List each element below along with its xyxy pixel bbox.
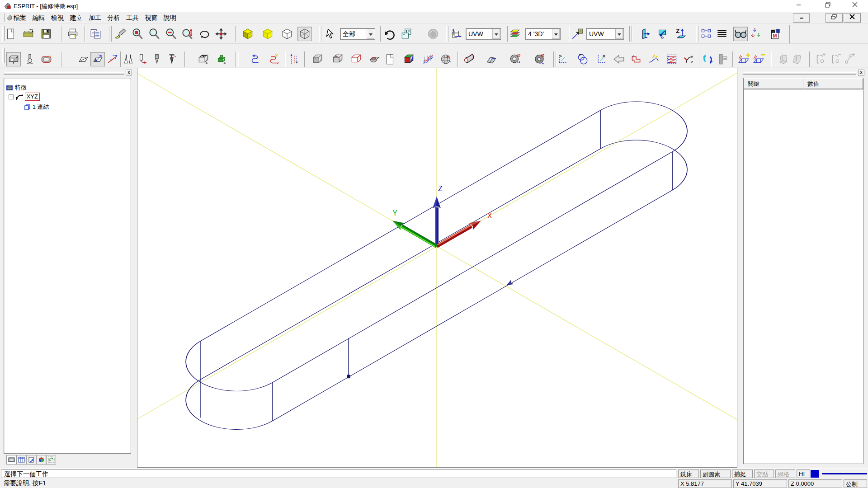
curve-arrows-icon[interactable]: [681, 52, 696, 66]
tool-orientation-select-combo[interactable]: UVW: [586, 28, 624, 40]
back-arrow-icon[interactable]: [612, 52, 627, 66]
work-plane-icon[interactable]: [448, 27, 463, 41]
status-cell-銑床[interactable]: 銑床: [678, 469, 699, 478]
shade-flat-icon[interactable]: [260, 27, 275, 41]
view-rotate-icon[interactable]: [655, 27, 669, 41]
column-header-key[interactable]: 關鍵: [744, 78, 803, 89]
tool-orientation-icon[interactable]: [570, 27, 585, 41]
tool-ball-icon[interactable]: [22, 52, 37, 66]
menu-grip[interactable]: [3, 14, 5, 22]
work-plane-select-dropdown-icon[interactable]: [492, 29, 500, 39]
xyz-node-label[interactable]: XYZ: [25, 93, 40, 101]
axis-arrow-icon[interactable]: [556, 52, 571, 66]
pan-view-icon[interactable]: [214, 27, 228, 41]
redraw-icon[interactable]: [113, 27, 128, 41]
panel-tab-features[interactable]: [6, 455, 16, 465]
view-face-icon[interactable]: [638, 27, 652, 41]
view-z-icon[interactable]: Z: [674, 27, 689, 41]
toolbar2-grip[interactable]: [2, 48, 5, 63]
status-cell-HI[interactable]: HI: [797, 469, 810, 478]
zoom-out-icon[interactable]: [164, 27, 178, 41]
menu-4[interactable]: 建立: [67, 13, 85, 22]
mold-cube-icon[interactable]: [330, 52, 345, 66]
curve-feature-icon[interactable]: [646, 52, 661, 66]
panel-tab-tools[interactable]: [16, 455, 26, 465]
status-cell-交點[interactable]: 交點: [754, 469, 774, 478]
open-cube-icon[interactable]: [349, 52, 363, 66]
menu-1[interactable]: 檔案: [11, 13, 29, 22]
menu-8[interactable]: 視窗: [142, 13, 160, 22]
gray-cube-b-icon[interactable]: [790, 52, 804, 66]
menu-7[interactable]: 工具: [123, 13, 142, 22]
selection-filter-dropdown-icon[interactable]: [367, 29, 374, 39]
select-cursor-icon[interactable]: [323, 27, 337, 41]
layers-icon[interactable]: [508, 27, 522, 41]
tree-row-xyz-node[interactable]: XYZ: [9, 93, 40, 101]
panel-tab-solids[interactable]: [36, 455, 46, 465]
panel-tab-simulation[interactable]: [46, 455, 56, 465]
status-cell-捕捉[interactable]: 捕捉: [732, 469, 753, 478]
gear-blob-icon[interactable]: [532, 52, 547, 66]
hi-color-swatch[interactable]: [811, 470, 819, 478]
work-offsets-icon[interactable]: [750, 27, 764, 41]
blank-page-icon[interactable]: [383, 52, 397, 66]
chain-blue-icon[interactable]: [248, 52, 263, 66]
zoom-icon[interactable]: [147, 27, 161, 41]
child-minimize-button[interactable]: [793, 13, 810, 23]
rgb-cube-icon[interactable]: [401, 52, 416, 66]
selection-filter-combo[interactable]: 全部: [340, 28, 375, 40]
property-panel-close[interactable]: x: [858, 70, 864, 75]
chain-red-icon[interactable]: [267, 52, 281, 66]
clipboard-icon[interactable]: [399, 27, 414, 41]
horn-icon[interactable]: [462, 52, 476, 66]
feature-root-label[interactable]: 特徵: [15, 84, 27, 91]
machine-setup-icon[interactable]: [6, 52, 21, 66]
wedge-icon[interactable]: [484, 52, 499, 66]
menu-2[interactable]: 編輯: [30, 13, 48, 22]
print-icon[interactable]: [66, 27, 80, 41]
layer-select-dropdown-icon[interactable]: [552, 29, 560, 39]
green-part-icon[interactable]: [214, 52, 229, 66]
open-file-icon[interactable]: [21, 27, 36, 41]
pot-icon[interactable]: [368, 52, 382, 66]
polyline-feature-icon[interactable]: [629, 52, 643, 66]
undo-icon[interactable]: [382, 27, 397, 41]
child-close-button[interactable]: [844, 13, 861, 23]
torus-rotate-icon[interactable]: [508, 52, 522, 66]
link-plus-icon[interactable]: [842, 52, 856, 66]
tree-row-feature-root[interactable]: 特徵: [6, 84, 27, 92]
zoom-window-icon[interactable]: [130, 27, 145, 41]
point-arrow-icon[interactable]: [105, 52, 120, 66]
maximize-button[interactable]: [817, 0, 838, 11]
drill-icon[interactable]: [150, 52, 164, 66]
bracket-plus-icon[interactable]: [812, 52, 827, 66]
tool-orientation-select-dropdown-icon[interactable]: [615, 29, 623, 39]
menu-5[interactable]: 加工: [86, 13, 104, 22]
profile-tools-icon[interactable]: [121, 52, 136, 66]
feature-panel-close[interactable]: x: [126, 70, 132, 75]
work-plane-select-combo[interactable]: UVW: [466, 28, 501, 40]
bracket-minus-icon[interactable]: [828, 52, 842, 66]
chain-start-point[interactable]: [347, 375, 350, 378]
axis-delete-icon[interactable]: [595, 52, 609, 66]
wave-mesh-icon[interactable]: [421, 52, 435, 66]
minimize-button[interactable]: [788, 0, 809, 11]
child-restore-button[interactable]: [826, 13, 843, 23]
chain-node-label[interactable]: 1 連結: [33, 103, 49, 110]
pillar-icon[interactable]: [715, 52, 729, 66]
report-icon[interactable]: [89, 27, 103, 41]
zoom-extents-icon[interactable]: [180, 27, 194, 41]
nc-code-icon[interactable]: M: [768, 27, 783, 41]
drill-tap-icon[interactable]: [165, 52, 179, 66]
feature-tree-icon[interactable]: [699, 27, 713, 41]
menu-6[interactable]: 分析: [105, 13, 123, 22]
floor-add-icon[interactable]: [736, 52, 751, 66]
shade-solid-icon[interactable]: [241, 27, 255, 41]
rotate-view-icon[interactable]: [197, 27, 212, 41]
close-button[interactable]: [844, 0, 865, 11]
menu-9[interactable]: 說明: [161, 13, 179, 22]
feature-tree-box[interactable]: 特徵 XYZ 1 連結: [4, 78, 131, 454]
save-file-icon[interactable]: [39, 27, 53, 41]
status-cell-網格[interactable]: 網格: [775, 469, 795, 478]
tool-motion-icon[interactable]: [135, 52, 149, 66]
